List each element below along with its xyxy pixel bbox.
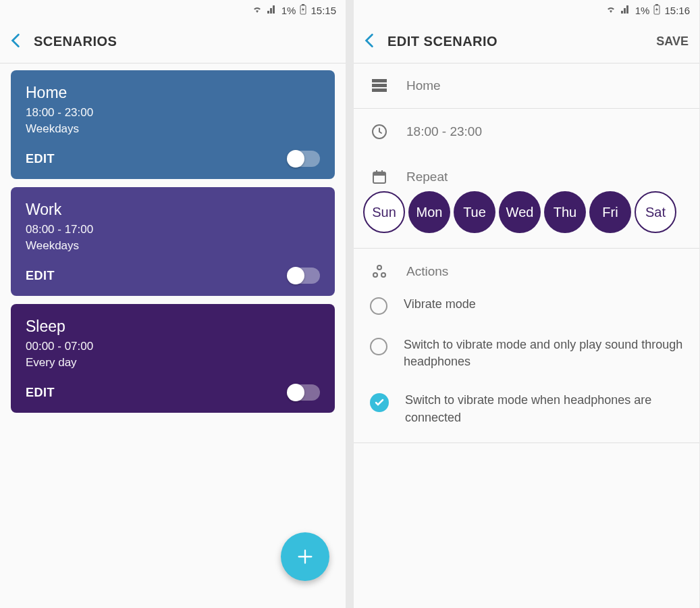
back-icon[interactable] [11, 33, 20, 51]
edit-form: Home 18:00 - 23:00 Repeat Sun Mon Tue We… [354, 64, 699, 443]
day-tue[interactable]: Tue [454, 191, 495, 233]
edit-button[interactable]: EDIT [26, 269, 55, 283]
radio-unchecked-icon [370, 297, 387, 315]
save-button[interactable]: SAVE [656, 34, 689, 49]
svg-rect-6 [372, 88, 387, 92]
wifi-icon [252, 5, 263, 16]
time-row[interactable]: 18:00 - 23:00 [354, 109, 699, 155]
radio-checked-icon [370, 393, 389, 412]
radio-unchecked-icon [370, 338, 387, 355]
list-icon [370, 79, 389, 93]
card-days: Weekdays [26, 239, 320, 253]
scenario-card-work[interactable]: Work 08:00 - 17:00 Weekdays EDIT [11, 187, 335, 296]
status-bar: 1% 15:15 [0, 0, 346, 20]
repeat-label: Repeat [406, 170, 448, 184]
card-title: Home [26, 84, 320, 102]
svg-rect-4 [372, 79, 387, 82]
scenarios-list: Home 18:00 - 23:00 Weekdays EDIT Work 08… [0, 64, 346, 608]
action-option-vibrate[interactable]: Vibrate mode [354, 285, 699, 326]
toggle-switch[interactable] [288, 268, 320, 284]
scenario-card-home[interactable]: Home 18:00 - 23:00 Weekdays EDIT [11, 70, 335, 179]
day-mon[interactable]: Mon [408, 191, 450, 233]
day-sun[interactable]: Sun [363, 191, 405, 233]
toggle-switch[interactable] [288, 151, 320, 167]
add-scenario-button[interactable] [281, 532, 329, 581]
actions-icon [370, 263, 389, 280]
battery-icon [653, 4, 660, 17]
clock-text: 15:16 [664, 5, 690, 16]
toggle-switch[interactable] [288, 384, 320, 401]
svg-rect-10 [376, 170, 377, 174]
svg-rect-5 [372, 84, 387, 87]
svg-point-12 [377, 265, 381, 270]
plus-icon [296, 547, 315, 566]
day-wed[interactable]: Wed [499, 191, 541, 233]
day-thu[interactable]: Thu [544, 191, 586, 233]
wifi-icon [605, 5, 616, 16]
card-title: Work [26, 201, 320, 219]
action-text: Vibrate mode [404, 296, 476, 313]
card-days: Weekdays [26, 122, 320, 136]
svg-rect-1 [302, 4, 304, 5]
app-bar: SCENARIOS [0, 20, 346, 64]
action-option-headphones-connected[interactable]: Switch to vibrate mode when headphones a… [354, 381, 699, 442]
svg-point-13 [373, 273, 377, 277]
svg-point-14 [381, 273, 385, 277]
edit-button[interactable]: EDIT [26, 152, 55, 166]
signal-icon [620, 5, 631, 16]
page-title: EDIT SCENARIO [387, 34, 643, 49]
card-time: 08:00 - 17:00 [26, 223, 320, 236]
battery-icon [300, 4, 306, 17]
svg-rect-3 [655, 4, 658, 5]
actions-header: Actions [354, 249, 699, 285]
day-sat[interactable]: Sat [635, 191, 676, 233]
clock-text: 15:15 [311, 5, 336, 16]
screen-edit-scenario: 1% 15:16 EDIT SCENARIO SAVE Home 18:00 -… [354, 0, 699, 608]
screen-scenarios: 1% 15:15 SCENARIOS Home 18:00 - 23:00 We… [0, 0, 346, 608]
clock-icon [370, 124, 389, 140]
scenario-name: Home [406, 78, 441, 93]
name-row[interactable]: Home [354, 64, 699, 109]
action-text: Switch to vibrate mode when headphones a… [405, 392, 683, 426]
page-title: SCENARIOS [34, 34, 335, 49]
card-time: 18:00 - 23:00 [26, 106, 320, 120]
edit-button[interactable]: EDIT [26, 386, 55, 400]
repeat-row: Repeat [354, 155, 699, 191]
status-bar: 1% 15:16 [354, 0, 699, 20]
day-fri[interactable]: Fri [589, 191, 631, 233]
svg-rect-9 [373, 172, 385, 176]
card-days: Every day [26, 356, 320, 370]
action-option-headphones-only[interactable]: Switch to vibrate mode and only play sou… [354, 326, 699, 381]
scenario-card-sleep[interactable]: Sleep 00:00 - 07:00 Every day EDIT [11, 304, 335, 413]
action-text: Switch to vibrate mode and only play sou… [404, 336, 683, 370]
actions-label: Actions [406, 264, 448, 279]
card-time: 00:00 - 07:00 [26, 340, 320, 353]
app-bar: EDIT SCENARIO SAVE [354, 20, 699, 64]
time-range: 18:00 - 23:00 [406, 124, 482, 139]
battery-text: 1% [281, 5, 296, 16]
day-selector: Sun Mon Tue Wed Thu Fri Sat [354, 191, 699, 249]
calendar-icon [370, 170, 389, 184]
battery-text: 1% [635, 5, 650, 16]
svg-rect-11 [381, 170, 383, 174]
back-icon[interactable] [365, 33, 374, 51]
signal-icon [267, 5, 277, 16]
card-title: Sleep [26, 318, 320, 336]
